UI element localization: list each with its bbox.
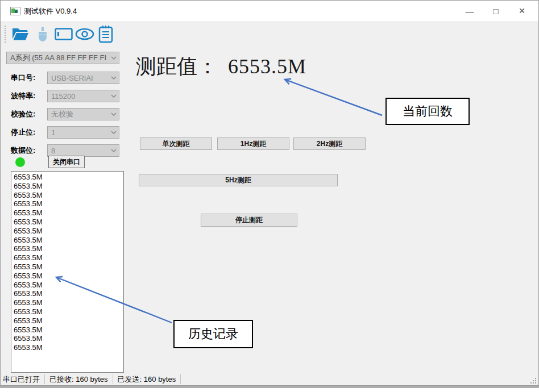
- distance-value: 6553.5M: [228, 55, 306, 78]
- combo-parity[interactable]: 无校验: [47, 108, 119, 120]
- clear-brush-icon[interactable]: [32, 25, 53, 43]
- status-bar: 串口已打开 已接收: 160 bytes 已发送: 160 bytes: [1, 373, 538, 385]
- window-controls: — □ ×: [457, 1, 535, 21]
- history-item[interactable]: 6553.5M: [11, 272, 123, 281]
- chevron-down-icon: [111, 76, 117, 80]
- annotation-history-log: 历史记录: [173, 320, 253, 348]
- history-list[interactable]: 6553.5M6553.5M6553.5M6553.5M6553.5M6553.…: [11, 171, 124, 373]
- status-sent-bytes: 已发送: 160 bytes: [113, 374, 181, 384]
- port-open-indicator: [15, 157, 25, 167]
- history-item[interactable]: 6553.5M: [11, 182, 123, 191]
- history-item[interactable]: 6553.5M: [11, 334, 123, 343]
- annotation-current-value: 当前回数: [385, 98, 470, 125]
- combo-device-series[interactable]: A系列 (55 AA 88 FF FF FF FI: [6, 52, 119, 64]
- log-notepad-icon[interactable]: [95, 25, 117, 43]
- history-item[interactable]: 6553.5M: [11, 262, 123, 272]
- title-bar: 测试软件 V0.9.4 — □ ×: [1, 1, 538, 21]
- window-title: 测试软件 V0.9.4: [24, 6, 77, 16]
- resize-grip[interactable]: [529, 377, 536, 383]
- combo-serial-port[interactable]: USB-SERIAI: [47, 72, 119, 84]
- combo-serial-port-value: USB-SERIAI: [51, 74, 110, 82]
- minimize-button[interactable]: —: [457, 1, 483, 21]
- history-item[interactable]: 6553.5M: [11, 191, 123, 200]
- history-item[interactable]: 6553.5M: [11, 236, 123, 245]
- close-button[interactable]: ×: [509, 1, 535, 21]
- combo-baud-rate[interactable]: 115200: [47, 90, 119, 102]
- chevron-down-icon: [111, 56, 117, 60]
- history-item[interactable]: 6553.5M: [11, 281, 123, 290]
- status-port-state: 串口已打开: [1, 374, 45, 384]
- chevron-down-icon: [111, 94, 117, 98]
- close-port-button[interactable]: 关闭串口: [48, 156, 85, 168]
- history-item[interactable]: 6553.5M: [11, 307, 123, 316]
- history-item[interactable]: 6553.5M: [11, 173, 123, 182]
- history-item[interactable]: 6553.5M: [11, 316, 123, 326]
- distance-label: 测距值：: [136, 55, 218, 78]
- history-item[interactable]: 6553.5M: [11, 343, 123, 352]
- window-frame-icon[interactable]: [53, 25, 74, 43]
- window-body: 测试软件 V0.9.4 — □ ×: [0, 0, 539, 386]
- measure-1hz-button[interactable]: 1Hz测距: [217, 137, 289, 150]
- baud-rate-label: 波特率:: [11, 90, 35, 102]
- toolbar: [1, 22, 538, 47]
- distance-readout: 测距值：6553.5M: [136, 53, 306, 81]
- app-icon: [10, 7, 20, 15]
- chevron-down-icon: [111, 149, 117, 152]
- parity-label: 校验位:: [11, 108, 35, 120]
- combo-baud-rate-value: 115200: [51, 92, 110, 101]
- stop-bits-label: 停止位:: [11, 126, 35, 139]
- data-bits-label: 数据位:: [11, 144, 35, 157]
- serial-port-label: 串口号:: [11, 72, 35, 84]
- combo-parity-value: 无校验: [51, 109, 110, 119]
- history-item[interactable]: 6553.5M: [11, 199, 123, 208]
- history-item[interactable]: 6553.5M: [11, 218, 123, 227]
- stop-measure-button[interactable]: 停止测距: [201, 214, 297, 227]
- app-window: 测试软件 V0.9.4 — □ ×: [0, 0, 539, 392]
- history-item[interactable]: 6553.5M: [11, 289, 123, 298]
- combo-data-bits-value: 8: [51, 147, 110, 155]
- combo-device-series-value: A系列 (55 AA 88 FF FF FF FI: [10, 53, 110, 63]
- combo-stop-bits[interactable]: 1: [47, 126, 119, 139]
- chevron-down-icon: [111, 131, 117, 134]
- measure-2hz-button[interactable]: 2Hz测距: [293, 137, 366, 150]
- history-item[interactable]: 6553.5M: [11, 298, 123, 307]
- maximize-button[interactable]: □: [483, 1, 509, 21]
- history-item[interactable]: 6553.5M: [11, 253, 123, 262]
- chevron-down-icon: [111, 112, 117, 116]
- open-folder-icon[interactable]: [10, 25, 31, 43]
- history-item[interactable]: 6553.5M: [11, 227, 123, 236]
- history-item[interactable]: 6553.5M: [11, 244, 123, 253]
- single-measure-button[interactable]: 单次测距: [140, 137, 212, 150]
- measure-5hz-button[interactable]: 5Hz测距: [139, 174, 338, 186]
- status-received-bytes: 已接收: 160 bytes: [45, 374, 113, 384]
- window-bottom-edge: [0, 386, 539, 388]
- toolbar-grip-handle[interactable]: [5, 26, 6, 43]
- combo-data-bits[interactable]: 8: [47, 144, 119, 157]
- eye-view-icon[interactable]: [74, 25, 96, 43]
- history-item[interactable]: 6553.5M: [11, 326, 123, 335]
- combo-stop-bits-value: 1: [51, 128, 110, 137]
- history-item[interactable]: 6553.5M: [11, 208, 123, 218]
